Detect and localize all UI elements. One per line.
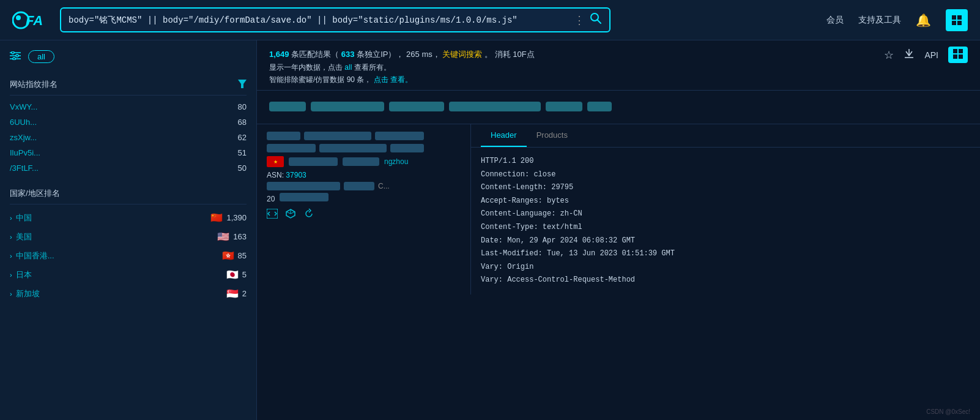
header-line: Vary: Access-Control-Request-Method <box>481 274 970 287</box>
svg-line-26 <box>286 212 291 214</box>
sidebar-top-bar: all <box>10 50 247 63</box>
china-flag: ★ <box>267 156 284 167</box>
svg-rect-5 <box>952 15 956 20</box>
country-count: 85 <box>238 251 247 260</box>
panel-tabs: Header Products <box>471 124 980 148</box>
chevron-right-icon: › <box>10 214 12 222</box>
fingerprint-filter-icon[interactable] <box>238 80 247 90</box>
header-line: Vary: Origin <box>481 261 970 274</box>
svg-rect-7 <box>952 21 956 25</box>
result-card-left: ★ ngzhou ASN: 37903 C... <box>257 124 471 294</box>
header-line: Accept-Ranges: bytes <box>481 195 970 208</box>
all-results-link[interactable]: all <box>344 63 352 72</box>
svg-line-25 <box>291 212 295 214</box>
code-view-icon[interactable] <box>267 209 278 221</box>
domain-blur <box>267 182 340 190</box>
search-button[interactable] <box>590 12 602 28</box>
svg-rect-21 <box>959 54 963 59</box>
country-rank-item[interactable]: › 日本 🇯🇵 5 <box>10 265 247 284</box>
location-text[interactable]: ngzhou <box>384 157 408 166</box>
card-asn-row: ASN: 37903 <box>267 171 461 179</box>
card-row-2 <box>267 144 461 152</box>
nav-tools[interactable]: 支持及工具 <box>858 15 901 26</box>
card-port-row: 20 <box>267 193 461 203</box>
download-icon[interactable] <box>904 48 915 62</box>
refresh-icon[interactable] <box>303 208 314 222</box>
notification-bell-icon[interactable]: 🔔 <box>916 13 931 28</box>
fingerprint-rank-item[interactable]: IluPv5i...51 <box>10 145 247 160</box>
results-stats: 1,649 条匹配结果（ 633 条独立IP）， 265 ms， 关键词搜索 。… <box>269 49 968 60</box>
fingerprint-rank-item[interactable]: /3FtLF...50 <box>10 160 247 176</box>
svg-rect-18 <box>953 49 957 53</box>
tab-header[interactable]: Header <box>481 124 527 147</box>
results-list: ★ ngzhou ASN: 37903 C... <box>257 91 980 420</box>
row2-blur-2 <box>319 144 387 152</box>
country-rank-item[interactable]: › 中国香港... 🇭🇰 85 <box>10 246 247 265</box>
country-count: 5 <box>242 270 247 279</box>
blurred-result-row <box>257 97 980 124</box>
location-blur-1 <box>289 157 338 166</box>
content-area: 1,649 条匹配结果（ 633 条独立IP）， 265 ms， 关键词搜索 。… <box>257 40 980 420</box>
svg-marker-15 <box>238 80 247 88</box>
country-rank-list: › 中国 🇨🇳 1,390 › 美国 🇺🇸 163 › 中国香港... 🇭🇰 8… <box>10 208 247 303</box>
header-line: Content-Language: zh-CN <box>481 208 970 221</box>
nav-member[interactable]: 会员 <box>826 15 844 26</box>
svg-rect-8 <box>957 21 962 25</box>
asn-link[interactable]: 37903 <box>286 171 306 179</box>
card-action-icons <box>267 208 461 222</box>
grid-mode-active[interactable] <box>948 47 968 63</box>
header: FA ⋮ 会员 支持及工具 🔔 <box>0 0 980 40</box>
country-name: 美国 <box>16 231 214 242</box>
grid-view-icon[interactable] <box>946 9 968 31</box>
country-section-title: 国家/地区排名 <box>10 182 247 204</box>
country-rank-item[interactable]: › 新加坡 🇸🇬 2 <box>10 284 247 303</box>
star-icon[interactable]: ☆ <box>884 48 894 62</box>
blur-block-6 <box>587 102 612 111</box>
keyword-search-link[interactable]: 关键词搜索 <box>442 50 482 59</box>
country-rank-item[interactable]: › 中国 🇨🇳 1,390 <box>10 208 247 227</box>
country-flag: 🇭🇰 <box>222 250 234 261</box>
fingerprint-rank-item[interactable]: 6UUh...68 <box>10 114 247 130</box>
header-line: Connection: close <box>481 168 970 182</box>
header-line: Content-Type: text/html <box>481 221 970 234</box>
header-line: HTTP/1.1 200 <box>481 155 970 168</box>
3d-box-icon[interactable] <box>285 208 296 222</box>
logo: FA <box>12 7 44 34</box>
tab-products[interactable]: Products <box>527 124 577 147</box>
main-layout: all 网站指纹排名 VxWY...806UUh...68zsXjw...62I… <box>0 40 980 420</box>
card-ip-row <box>267 132 461 140</box>
blur-block-3 <box>389 102 444 111</box>
search-bar[interactable]: ⋮ <box>60 7 611 32</box>
fingerprint-rank-list: VxWY...806UUh...68zsXjw...62IluPv5i...51… <box>10 99 247 176</box>
svg-point-13 <box>16 54 18 57</box>
results-header: 1,649 条匹配结果（ 633 条独立IP）， 265 ms， 关键词搜索 。… <box>257 40 980 91</box>
country-flag: 🇨🇳 <box>210 212 223 223</box>
filter-icon[interactable] <box>10 50 21 63</box>
country-rank-item[interactable]: › 美国 🇺🇸 163 <box>10 227 247 246</box>
results-notice-2: 智能排除蜜罐/仿冒数据 90 条， 点击 查看。 <box>269 75 968 85</box>
country-flag: 🇯🇵 <box>226 269 239 280</box>
port-blur <box>280 193 329 201</box>
card-flag-row: ★ ngzhou <box>267 156 461 167</box>
svg-point-1 <box>16 15 21 20</box>
chevron-right-icon: › <box>10 290 12 298</box>
svg-point-12 <box>12 51 14 54</box>
fingerprint-rank-item[interactable]: zsXjw...62 <box>10 130 247 145</box>
ellipsis-text: C... <box>378 182 390 190</box>
all-filter-badge[interactable]: all <box>28 50 54 63</box>
api-button[interactable]: API <box>924 50 938 60</box>
search-options-icon[interactable]: ⋮ <box>574 13 585 27</box>
results-total: 1,649 条匹配结果（ 633 条独立IP）， 265 ms， 关键词搜索 。… <box>269 50 535 59</box>
fingerprint-rank-item[interactable]: VxWY...80 <box>10 99 247 114</box>
panel-header-content: HTTP/1.1 200Connection: closeContent-Len… <box>471 148 980 294</box>
row2-blur-3 <box>390 144 424 152</box>
honeypot-filter-link[interactable]: 点击 查看。 <box>374 75 412 84</box>
fingerprint-section-title: 网站指纹排名 <box>10 73 247 96</box>
location-blur-2 <box>343 157 379 166</box>
blur-block-1 <box>269 102 306 111</box>
search-input[interactable] <box>69 15 569 25</box>
header-toolbar: ☆ API <box>884 47 968 63</box>
chevron-right-icon: › <box>10 252 12 260</box>
footer-watermark: CSDN @0xSec! <box>926 408 970 415</box>
domain-blur-2 <box>344 182 374 190</box>
